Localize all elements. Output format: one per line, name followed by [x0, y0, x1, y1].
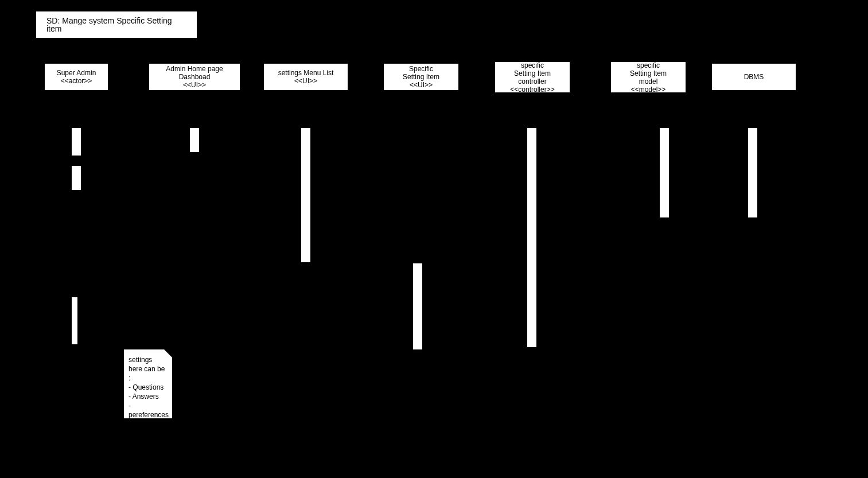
participant-super-admin: Super Admin <<actor>>	[44, 63, 108, 91]
participant-stereo: <<model>>	[631, 86, 666, 94]
participant-controller: specific Setting Item controller <<contr…	[495, 61, 570, 93]
participant-settings-menu: settings Menu List <<UI>>	[263, 63, 348, 91]
participant-name: Admin Home page Dashboad	[166, 65, 223, 81]
participant-name: Specific Setting Item	[403, 65, 439, 81]
note-fold-icon	[164, 349, 172, 357]
participant-name: Super Admin	[57, 69, 96, 77]
activation-bar	[190, 128, 199, 152]
participant-name: DBMS	[744, 73, 764, 81]
activation-bar	[72, 166, 81, 190]
participant-stereo: <<actor>>	[61, 77, 92, 85]
activation-bar	[413, 263, 422, 349]
activation-bar	[72, 128, 81, 156]
activation-bar	[527, 128, 536, 347]
participant-name: specific Setting Item controller	[514, 61, 551, 86]
note-line: - Permissions	[129, 429, 168, 447]
activation-bar	[660, 128, 669, 217]
note-line: - Roles	[129, 419, 168, 429]
note-line: settings here can be :	[129, 355, 168, 383]
participant-name: specific Setting Item model	[630, 61, 667, 86]
participant-dbms: DBMS	[711, 63, 796, 91]
participant-stereo: <<UI>>	[183, 81, 206, 89]
diagram-title: SD: Mange system Specific Setting item	[36, 11, 197, 38]
diagram-note: settings here can be : - Questions - Ans…	[124, 349, 172, 418]
note-line: - Answers	[129, 392, 168, 401]
participant-specific-item: Specific Setting Item <<UI>>	[383, 63, 459, 91]
note-line: - pereferences	[129, 401, 168, 419]
participant-name: settings Menu List	[278, 69, 334, 77]
activation-bar	[748, 128, 757, 217]
sequence-diagram: SD: Mange system Specific Setting item S…	[0, 0, 868, 478]
participant-model: specific Setting Item model <<model>>	[610, 61, 686, 93]
note-line: - Questions	[129, 383, 168, 392]
participant-stereo: <<controller>>	[510, 86, 554, 94]
participant-dashboard: Admin Home page Dashboad <<UI>>	[149, 63, 240, 91]
participant-stereo: <<UI>>	[410, 81, 433, 89]
participant-stereo: <<UI>>	[294, 77, 317, 85]
activation-bar	[301, 128, 310, 262]
activation-bar	[72, 297, 77, 344]
title-text: SD: Mange system Specific Setting item	[46, 17, 186, 33]
